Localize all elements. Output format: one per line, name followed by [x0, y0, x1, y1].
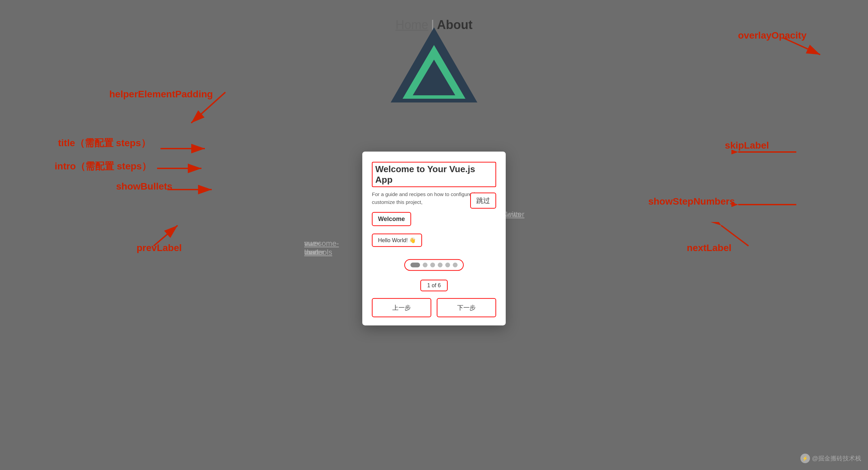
skip-button[interactable]: 跳过 — [470, 193, 496, 209]
step-number-container: 1 of 6 — [372, 280, 496, 291]
bullet-4 — [438, 263, 443, 267]
bullets-row — [404, 259, 464, 271]
bullet-6 — [453, 263, 458, 267]
step-number: 1 of 6 — [420, 280, 448, 291]
bullets-container — [372, 259, 496, 276]
bullet-2 — [423, 263, 428, 267]
step-title: Welcome — [372, 212, 411, 226]
modal: Welcome to Your Vue.js App For a guide a… — [362, 152, 506, 326]
modal-title: Welcome to Your Vue.js App — [372, 162, 496, 187]
next-button[interactable]: 下一步 — [437, 298, 496, 317]
modal-buttons: 上一步 下一步 — [372, 298, 496, 317]
bg-link-awesome-vue: awesome-vue — [304, 239, 339, 257]
bullet-1 — [410, 263, 420, 267]
vue-logo — [390, 27, 478, 102]
step-intro: Hello World! 👋 — [372, 234, 422, 247]
bullet-5 — [445, 263, 450, 267]
watermark: ⚡ @掘金搬砖技术栈 — [800, 454, 861, 463]
bullet-3 — [430, 263, 435, 267]
prev-button[interactable]: 上一步 — [372, 298, 431, 317]
